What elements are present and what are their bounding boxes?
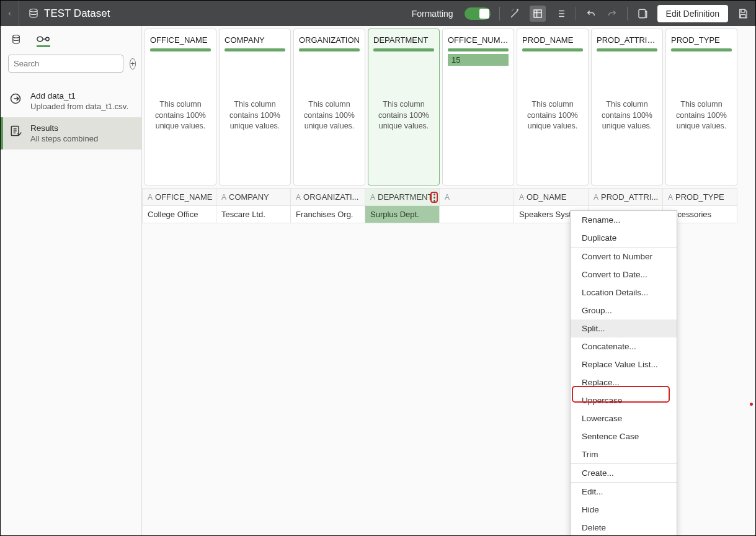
- list-view-icon[interactable]: [554, 7, 567, 20]
- step-add-data[interactable]: Add data_t1 Uploaded from data_t1.csv.: [1, 85, 141, 117]
- column-name: ORGANIZATION: [299, 35, 360, 45]
- type-icon: A: [221, 193, 226, 202]
- menu-item[interactable]: Convert to Date...: [571, 266, 677, 284]
- content-area: OFFICE_NAMEThis column contains 100% uni…: [142, 26, 755, 535]
- svg-point-0: [30, 9, 37, 12]
- unique-text: This column contains 100% unique values.: [373, 51, 434, 180]
- separator: [499, 7, 500, 20]
- column-card[interactable]: DEPARTMENTThis column contains 100% uniq…: [368, 29, 440, 185]
- step-results[interactable]: Results All steps combined: [1, 117, 141, 150]
- header-label: COMPANY: [229, 192, 269, 202]
- step-subtitle: All steps combined: [30, 134, 98, 143]
- step-title: Add data_t1: [30, 91, 128, 100]
- step-subtitle: Uploaded from data_t1.csv.: [30, 102, 128, 111]
- menu-item[interactable]: Location Details...: [571, 284, 677, 302]
- menu-item[interactable]: Replace...: [571, 373, 677, 391]
- svg-point-5: [46, 37, 50, 41]
- type-icon: A: [445, 193, 450, 202]
- edit-definition-button[interactable]: Edit Definition: [657, 5, 728, 22]
- svg-rect-2: [639, 9, 646, 18]
- column-card[interactable]: COMPANYThis column contains 100% unique …: [219, 29, 291, 185]
- unique-text: This column contains 100% unique values.: [225, 51, 285, 180]
- save-icon[interactable]: [737, 7, 749, 20]
- column-name: OFFICE_NUMBER: [448, 35, 509, 45]
- svg-point-3: [13, 35, 20, 38]
- column-header[interactable]: APROD_TYPE: [663, 188, 737, 206]
- annotation-dot: [750, 403, 753, 406]
- column-name: COMPANY: [225, 35, 285, 45]
- formatting-toggle[interactable]: [465, 7, 491, 20]
- import-icon: [9, 92, 23, 107]
- wand-icon[interactable]: [509, 7, 521, 20]
- type-icon: A: [370, 193, 375, 202]
- menu-item[interactable]: Sentence Case: [571, 427, 677, 445]
- results-icon: [9, 125, 23, 139]
- script-icon[interactable]: [636, 7, 649, 20]
- sidebar-tab-flow-icon[interactable]: [37, 32, 50, 47]
- column-menu-button[interactable]: [430, 192, 438, 203]
- table-cell: College Office: [142, 206, 216, 223]
- formatting-label: Formatting: [412, 9, 453, 19]
- type-icon: A: [519, 193, 524, 202]
- column-header[interactable]: A: [440, 188, 514, 206]
- header-label: DEPARTMENT: [378, 192, 432, 202]
- menu-item[interactable]: Rename...: [571, 211, 677, 229]
- back-button[interactable]: [7, 1, 19, 26]
- svg-rect-1: [534, 10, 541, 17]
- menu-item[interactable]: Uppercase: [571, 391, 677, 409]
- column-header[interactable]: APROD_ATTRI...: [589, 188, 663, 206]
- column-card[interactable]: ORGANIZATIONThis column contains 100% un…: [293, 29, 365, 185]
- unique-text: This column contains 100% unique values.: [522, 51, 583, 180]
- table-cell: [440, 206, 514, 223]
- type-icon: A: [668, 193, 673, 202]
- menu-item[interactable]: Delete: [571, 519, 677, 535]
- header-label: PROD_TYPE: [675, 192, 724, 202]
- column-header[interactable]: ADEPARTMENT: [365, 188, 440, 206]
- column-header[interactable]: AOD_NAME: [514, 188, 589, 206]
- table-cell: Surplus Dept.: [365, 206, 440, 223]
- column-card[interactable]: PROD_ATTRIBU...This column contains 100%…: [591, 29, 663, 185]
- table-view-icon[interactable]: [530, 6, 546, 22]
- column-header[interactable]: AOFFICE_NAME: [142, 188, 216, 206]
- value-chip[interactable]: 15: [448, 54, 509, 66]
- table-cell: Franchises Org.: [291, 206, 365, 223]
- menu-item[interactable]: Trim: [571, 445, 677, 463]
- column-name: DEPARTMENT: [373, 35, 434, 45]
- column-card[interactable]: PROD_TYPEThis column contains 100% uniqu…: [665, 29, 737, 185]
- menu-item[interactable]: Lowercase: [571, 409, 677, 427]
- column-name: PROD_TYPE: [671, 35, 732, 45]
- add-step-button[interactable]: +: [130, 58, 136, 69]
- unique-text: This column contains 100% unique values.: [299, 51, 360, 180]
- menu-item[interactable]: Concatenate...: [571, 337, 677, 355]
- menu-item[interactable]: Replace Value List...: [571, 355, 677, 373]
- topbar: TEST Dataset Formatting Edit Definition: [1, 1, 755, 26]
- unique-text: This column contains 100% unique values.: [150, 51, 211, 180]
- menu-item[interactable]: Edit...: [571, 483, 677, 501]
- page-title: TEST Dataset: [44, 7, 110, 20]
- step-title: Results: [30, 123, 98, 133]
- redo-icon[interactable]: [606, 7, 618, 20]
- unique-text: This column contains 100% unique values.: [597, 51, 657, 180]
- column-card[interactable]: PROD_NAMEThis column contains 100% uniqu…: [517, 29, 589, 185]
- dataset-icon: [28, 8, 39, 19]
- column-header[interactable]: ACOMPANY: [216, 188, 291, 206]
- separator: [627, 7, 628, 20]
- sidebar: + Add data_t1 Uploaded from data_t1.csv.…: [1, 26, 142, 535]
- menu-item[interactable]: Hide: [571, 501, 677, 519]
- undo-icon[interactable]: [585, 7, 597, 20]
- search-input[interactable]: [8, 55, 123, 73]
- header-label: OFFICE_NAME: [155, 192, 212, 202]
- menu-item[interactable]: Convert to Number: [571, 248, 677, 266]
- column-name: PROD_NAME: [522, 35, 583, 45]
- header-label: OD_NAME: [527, 192, 566, 202]
- column-card[interactable]: OFFICE_NAMEThis column contains 100% uni…: [145, 29, 216, 185]
- sidebar-tab-db-icon[interactable]: [9, 32, 23, 47]
- menu-item[interactable]: Split...: [571, 319, 677, 337]
- menu-item[interactable]: Group...: [571, 302, 677, 319]
- menu-item[interactable]: Create...: [571, 464, 677, 482]
- column-header[interactable]: AORGANIZATI...: [291, 188, 365, 206]
- column-name: OFFICE_NAME: [150, 35, 211, 45]
- column-context-menu: Rename...DuplicateConvert to NumberConve…: [570, 210, 677, 535]
- menu-item[interactable]: Duplicate: [571, 229, 677, 247]
- column-card[interactable]: OFFICE_NUMBER15: [442, 29, 514, 185]
